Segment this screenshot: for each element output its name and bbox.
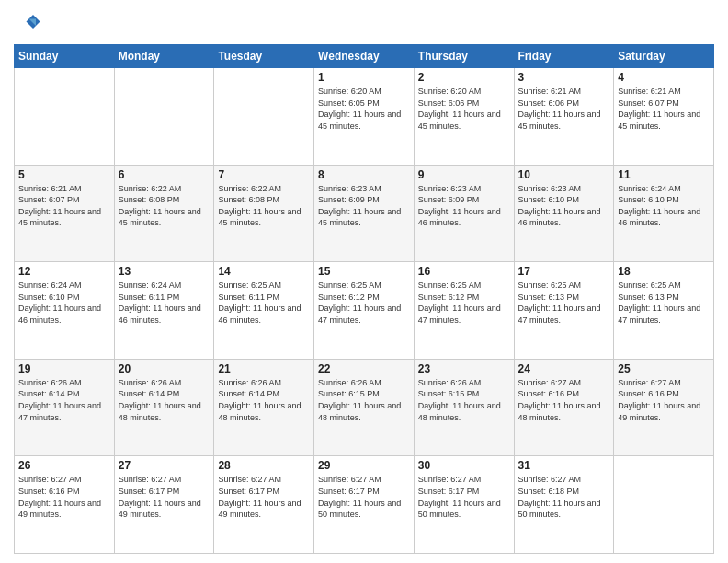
day-info: Sunrise: 6:26 AM Sunset: 6:15 PM Dayligh…: [418, 377, 510, 423]
calendar-cell: 24Sunrise: 6:27 AM Sunset: 6:16 PM Dayli…: [514, 359, 614, 456]
day-info: Sunrise: 6:24 AM Sunset: 6:10 PM Dayligh…: [18, 280, 110, 326]
calendar-cell: 14Sunrise: 6:25 AM Sunset: 6:11 PM Dayli…: [214, 262, 314, 360]
calendar-cell: 11Sunrise: 6:24 AM Sunset: 6:10 PM Dayli…: [614, 165, 714, 262]
day-info: Sunrise: 6:20 AM Sunset: 6:05 PM Dayligh…: [318, 86, 410, 132]
page: SundayMondayTuesdayWednesdayThursdayFrid…: [0, 0, 728, 563]
calendar-table: SundayMondayTuesdayWednesdayThursdayFrid…: [14, 44, 714, 554]
day-number: 19: [18, 362, 110, 375]
calendar-cell: 8Sunrise: 6:23 AM Sunset: 6:09 PM Daylig…: [314, 165, 415, 262]
calendar-cell: [15, 68, 115, 166]
calendar-cell: 27Sunrise: 6:27 AM Sunset: 6:17 PM Dayli…: [114, 456, 214, 554]
calendar-cell: [214, 68, 314, 166]
day-info: Sunrise: 6:21 AM Sunset: 6:07 PM Dayligh…: [618, 86, 710, 132]
day-number: 2: [418, 71, 510, 84]
calendar-day-header: Monday: [114, 45, 214, 68]
logo-icon: [14, 9, 41, 37]
logo: [14, 9, 45, 37]
day-number: 25: [618, 362, 710, 375]
day-number: 5: [18, 168, 110, 181]
day-number: 7: [218, 168, 310, 181]
calendar-week-row: 5Sunrise: 6:21 AM Sunset: 6:07 PM Daylig…: [15, 165, 714, 262]
day-info: Sunrise: 6:27 AM Sunset: 6:17 PM Dayligh…: [119, 474, 210, 520]
day-number: 29: [318, 459, 410, 472]
day-info: Sunrise: 6:25 AM Sunset: 6:11 PM Dayligh…: [218, 280, 310, 326]
calendar-cell: 19Sunrise: 6:26 AM Sunset: 6:14 PM Dayli…: [15, 359, 115, 456]
calendar-day-header: Sunday: [15, 45, 115, 68]
day-number: 3: [518, 71, 610, 84]
day-number: 20: [119, 362, 210, 375]
calendar-week-row: 1Sunrise: 6:20 AM Sunset: 6:05 PM Daylig…: [15, 68, 714, 166]
day-number: 10: [518, 168, 610, 181]
calendar-cell: 4Sunrise: 6:21 AM Sunset: 6:07 PM Daylig…: [614, 68, 714, 166]
day-info: Sunrise: 6:25 AM Sunset: 6:13 PM Dayligh…: [518, 280, 610, 326]
calendar-cell: 28Sunrise: 6:27 AM Sunset: 6:17 PM Dayli…: [214, 456, 314, 554]
day-info: Sunrise: 6:27 AM Sunset: 6:16 PM Dayligh…: [618, 377, 710, 423]
day-info: Sunrise: 6:23 AM Sunset: 6:10 PM Dayligh…: [518, 183, 610, 229]
day-info: Sunrise: 6:21 AM Sunset: 6:06 PM Dayligh…: [518, 86, 610, 132]
calendar-header-row: SundayMondayTuesdayWednesdayThursdayFrid…: [15, 45, 714, 68]
day-number: 26: [18, 459, 110, 472]
calendar-cell: 25Sunrise: 6:27 AM Sunset: 6:16 PM Dayli…: [614, 359, 714, 456]
day-number: 24: [518, 362, 610, 375]
day-info: Sunrise: 6:26 AM Sunset: 6:14 PM Dayligh…: [119, 377, 210, 423]
header: [14, 9, 714, 37]
day-number: 16: [418, 265, 510, 278]
calendar-cell: 9Sunrise: 6:23 AM Sunset: 6:09 PM Daylig…: [414, 165, 514, 262]
day-number: 8: [318, 168, 410, 181]
day-info: Sunrise: 6:24 AM Sunset: 6:11 PM Dayligh…: [119, 280, 210, 326]
calendar-week-row: 19Sunrise: 6:26 AM Sunset: 6:14 PM Dayli…: [15, 359, 714, 456]
day-number: 12: [18, 265, 110, 278]
calendar-cell: 3Sunrise: 6:21 AM Sunset: 6:06 PM Daylig…: [514, 68, 614, 166]
calendar-cell: 21Sunrise: 6:26 AM Sunset: 6:14 PM Dayli…: [214, 359, 314, 456]
day-info: Sunrise: 6:27 AM Sunset: 6:17 PM Dayligh…: [218, 474, 310, 520]
day-number: 9: [418, 168, 510, 181]
calendar-cell: 15Sunrise: 6:25 AM Sunset: 6:12 PM Dayli…: [314, 262, 415, 360]
day-info: Sunrise: 6:20 AM Sunset: 6:06 PM Dayligh…: [418, 86, 510, 132]
calendar-cell: 20Sunrise: 6:26 AM Sunset: 6:14 PM Dayli…: [114, 359, 214, 456]
calendar-day-header: Friday: [514, 45, 614, 68]
day-number: 31: [518, 459, 610, 472]
calendar-cell: 22Sunrise: 6:26 AM Sunset: 6:15 PM Dayli…: [314, 359, 415, 456]
day-info: Sunrise: 6:22 AM Sunset: 6:08 PM Dayligh…: [119, 183, 210, 229]
calendar-cell: 6Sunrise: 6:22 AM Sunset: 6:08 PM Daylig…: [114, 165, 214, 262]
calendar-cell: [114, 68, 214, 166]
calendar-day-header: Wednesday: [314, 45, 415, 68]
calendar-day-header: Tuesday: [214, 45, 314, 68]
day-number: 13: [119, 265, 210, 278]
day-info: Sunrise: 6:26 AM Sunset: 6:14 PM Dayligh…: [218, 377, 310, 423]
day-info: Sunrise: 6:27 AM Sunset: 6:16 PM Dayligh…: [518, 377, 610, 423]
calendar-cell: 13Sunrise: 6:24 AM Sunset: 6:11 PM Dayli…: [114, 262, 214, 360]
calendar-cell: 17Sunrise: 6:25 AM Sunset: 6:13 PM Dayli…: [514, 262, 614, 360]
day-number: 23: [418, 362, 510, 375]
calendar-cell: 31Sunrise: 6:27 AM Sunset: 6:18 PM Dayli…: [514, 456, 614, 554]
day-info: Sunrise: 6:26 AM Sunset: 6:15 PM Dayligh…: [318, 377, 410, 423]
day-number: 18: [618, 265, 710, 278]
day-number: 22: [318, 362, 410, 375]
calendar-cell: 1Sunrise: 6:20 AM Sunset: 6:05 PM Daylig…: [314, 68, 415, 166]
calendar-week-row: 26Sunrise: 6:27 AM Sunset: 6:16 PM Dayli…: [15, 456, 714, 554]
calendar-cell: 7Sunrise: 6:22 AM Sunset: 6:08 PM Daylig…: [214, 165, 314, 262]
day-number: 4: [618, 71, 710, 84]
day-number: 11: [618, 168, 710, 181]
day-number: 21: [218, 362, 310, 375]
day-number: 30: [418, 459, 510, 472]
day-info: Sunrise: 6:24 AM Sunset: 6:10 PM Dayligh…: [618, 183, 710, 229]
calendar-cell: 29Sunrise: 6:27 AM Sunset: 6:17 PM Dayli…: [314, 456, 415, 554]
calendar-cell: 18Sunrise: 6:25 AM Sunset: 6:13 PM Dayli…: [614, 262, 714, 360]
calendar-week-row: 12Sunrise: 6:24 AM Sunset: 6:10 PM Dayli…: [15, 262, 714, 360]
calendar-cell: [614, 456, 714, 554]
day-info: Sunrise: 6:27 AM Sunset: 6:17 PM Dayligh…: [318, 474, 410, 520]
calendar-cell: 23Sunrise: 6:26 AM Sunset: 6:15 PM Dayli…: [414, 359, 514, 456]
day-info: Sunrise: 6:25 AM Sunset: 6:12 PM Dayligh…: [418, 280, 510, 326]
day-number: 14: [218, 265, 310, 278]
day-number: 15: [318, 265, 410, 278]
calendar-day-header: Thursday: [414, 45, 514, 68]
calendar-cell: 10Sunrise: 6:23 AM Sunset: 6:10 PM Dayli…: [514, 165, 614, 262]
calendar-cell: 16Sunrise: 6:25 AM Sunset: 6:12 PM Dayli…: [414, 262, 514, 360]
day-info: Sunrise: 6:22 AM Sunset: 6:08 PM Dayligh…: [218, 183, 310, 229]
day-number: 1: [318, 71, 410, 84]
day-number: 27: [119, 459, 210, 472]
calendar-day-header: Saturday: [614, 45, 714, 68]
calendar-cell: 12Sunrise: 6:24 AM Sunset: 6:10 PM Dayli…: [15, 262, 115, 360]
day-number: 6: [119, 168, 210, 181]
